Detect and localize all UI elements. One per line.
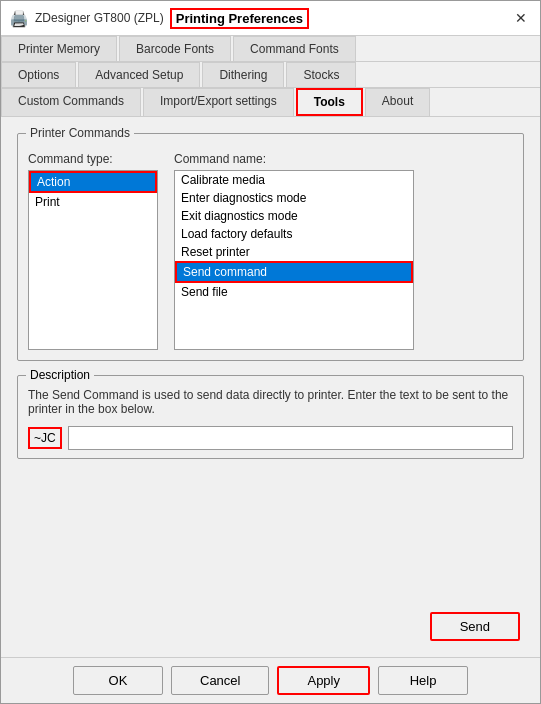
tab-command-fonts[interactable]: Command Fonts [233, 36, 356, 61]
tab-row-3: Custom Commands Import/Export settings T… [1, 88, 540, 117]
send-button[interactable]: Send [430, 612, 520, 641]
list-item-exit-diag[interactable]: Exit diagnostics mode [175, 207, 413, 225]
tab-about[interactable]: About [365, 88, 430, 116]
command-input[interactable] [68, 426, 513, 450]
tab-row-1: Printer Memory Barcode Fonts Command Fon… [1, 36, 540, 62]
input-label: ~JC [28, 427, 62, 449]
printer-commands-title: Printer Commands [26, 126, 134, 140]
cancel-button[interactable]: Cancel [171, 666, 269, 695]
command-name-listbox[interactable]: Calibrate media Enter diagnostics mode E… [174, 170, 414, 350]
command-type-col: Command type: Action Print [28, 152, 158, 350]
list-item-reset-printer[interactable]: Reset printer [175, 243, 413, 261]
description-section: Description The Send Command is used to … [17, 375, 524, 459]
title-bar-left: 🖨️ ZDesigner GT800 (ZPL) Printing Prefer… [9, 8, 309, 29]
ok-button[interactable]: OK [73, 666, 163, 695]
printer-icon: 🖨️ [9, 9, 29, 28]
command-name-label: Command name: [174, 152, 414, 166]
tab-custom-commands[interactable]: Custom Commands [1, 88, 141, 116]
commands-area: Command type: Action Print Command name:… [28, 152, 513, 350]
tab-stocks[interactable]: Stocks [286, 62, 356, 87]
tab-barcode-fonts[interactable]: Barcode Fonts [119, 36, 231, 61]
main-content: Printer Commands Command type: Action Pr… [1, 117, 540, 657]
tab-printer-memory[interactable]: Printer Memory [1, 36, 117, 61]
command-name-col: Command name: Calibrate media Enter diag… [174, 152, 414, 350]
main-window: 🖨️ ZDesigner GT800 (ZPL) Printing Prefer… [0, 0, 541, 704]
description-text: The Send Command is used to send data di… [28, 388, 513, 416]
description-title: Description [26, 368, 94, 382]
list-item-action[interactable]: Action [29, 171, 157, 193]
tab-advanced-setup[interactable]: Advanced Setup [78, 62, 200, 87]
tab-options[interactable]: Options [1, 62, 76, 87]
list-item-print[interactable]: Print [29, 193, 157, 211]
apply-button[interactable]: Apply [277, 666, 370, 695]
footer: OK Cancel Apply Help [1, 657, 540, 703]
printer-commands-section: Printer Commands Command type: Action Pr… [17, 133, 524, 361]
title-bar: 🖨️ ZDesigner GT800 (ZPL) Printing Prefer… [1, 1, 540, 36]
app-name: ZDesigner GT800 (ZPL) [35, 11, 164, 25]
tab-dithering[interactable]: Dithering [202, 62, 284, 87]
list-item-send-command[interactable]: Send command [175, 261, 413, 283]
window-title: Printing Preferences [170, 8, 309, 29]
list-item-load-factory[interactable]: Load factory defaults [175, 225, 413, 243]
list-item-calibrate[interactable]: Calibrate media [175, 171, 413, 189]
spacer [17, 469, 524, 602]
command-type-listbox[interactable]: Action Print [28, 170, 158, 350]
tab-tools[interactable]: Tools [296, 88, 363, 116]
list-item-enter-diag[interactable]: Enter diagnostics mode [175, 189, 413, 207]
close-button[interactable]: ✕ [510, 7, 532, 29]
send-row: Send [17, 612, 524, 645]
tab-row-2: Options Advanced Setup Dithering Stocks [1, 62, 540, 88]
list-item-send-file[interactable]: Send file [175, 283, 413, 301]
help-button[interactable]: Help [378, 666, 468, 695]
tab-import-export[interactable]: Import/Export settings [143, 88, 294, 116]
input-row: ~JC [28, 426, 513, 450]
command-type-label: Command type: [28, 152, 158, 166]
